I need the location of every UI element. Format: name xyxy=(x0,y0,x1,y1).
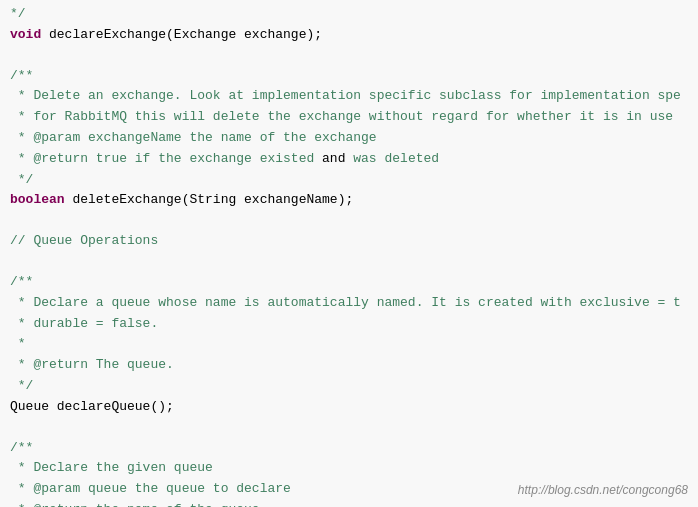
javadoc-text: /** xyxy=(10,440,33,455)
code-line: * for RabbitMQ this will delete the exch… xyxy=(0,107,698,128)
code-line: boolean deleteExchange(String exchangeNa… xyxy=(0,190,698,211)
keyword: void xyxy=(10,27,41,42)
javadoc-text: * @param queue the queue to declare xyxy=(10,481,291,496)
comment-text: // Queue Operations xyxy=(10,233,158,248)
javadoc-text: */ xyxy=(10,378,33,393)
javadoc-text: /** xyxy=(10,274,33,289)
code-line: void declareExchange(Exchange exchange); xyxy=(0,25,698,46)
javadoc-text: * @return The queue. xyxy=(10,357,174,372)
javadoc-text: * Delete an exchange. Look at implementa… xyxy=(10,88,681,103)
code-line: Queue declareQueue(); xyxy=(0,397,698,418)
code-line: /** xyxy=(0,66,698,87)
javadoc-text: * @return true if the exchange existed a… xyxy=(10,151,439,166)
code-line xyxy=(0,418,698,438)
code-line: */ xyxy=(0,170,698,191)
code-text: Queue declareQueue(); xyxy=(10,399,174,414)
javadoc-text: * for RabbitMQ this will delete the exch… xyxy=(10,109,673,124)
code-line xyxy=(0,46,698,66)
code-line: */ xyxy=(0,376,698,397)
keyword: boolean xyxy=(10,192,65,207)
javadoc-text: * Declare the given queue xyxy=(10,460,213,475)
javadoc-text: /** xyxy=(10,68,33,83)
javadoc-text: * @param exchangeName the name of the ex… xyxy=(10,130,377,145)
watermark: http://blog.csdn.net/congcong68 xyxy=(518,483,688,497)
code-line xyxy=(0,252,698,272)
code-line: /** xyxy=(0,272,698,293)
code-text: deleteExchange(String exchangeName); xyxy=(65,192,354,207)
code-line: * Delete an exchange. Look at implementa… xyxy=(0,86,698,107)
code-viewer: */ void declareExchange(Exchange exchang… xyxy=(0,0,698,507)
code-line: * @param exchangeName the name of the ex… xyxy=(0,128,698,149)
javadoc-text: * xyxy=(10,336,26,351)
code-line: * @return The queue. xyxy=(0,355,698,376)
code-line: * durable = false. xyxy=(0,314,698,335)
code-line: * xyxy=(0,334,698,355)
code-line: // Queue Operations xyxy=(0,231,698,252)
code-line: */ xyxy=(0,4,698,25)
code-line: * Declare a queue whose name is automati… xyxy=(0,293,698,314)
code-line: /** xyxy=(0,438,698,459)
code-line: * @return the name of the queue. xyxy=(0,500,698,507)
code-text: declareExchange(Exchange exchange); xyxy=(41,27,322,42)
javadoc-text: * durable = false. xyxy=(10,316,158,331)
javadoc-text: */ xyxy=(10,172,33,187)
javadoc-text: * @return the name of the queue. xyxy=(10,502,267,507)
code-line: * @return true if the exchange existed a… xyxy=(0,149,698,170)
code-line xyxy=(0,211,698,231)
javadoc-text: * Declare a queue whose name is automati… xyxy=(10,295,681,310)
comment-text: */ xyxy=(10,6,26,21)
code-line: * Declare the given queue xyxy=(0,458,698,479)
